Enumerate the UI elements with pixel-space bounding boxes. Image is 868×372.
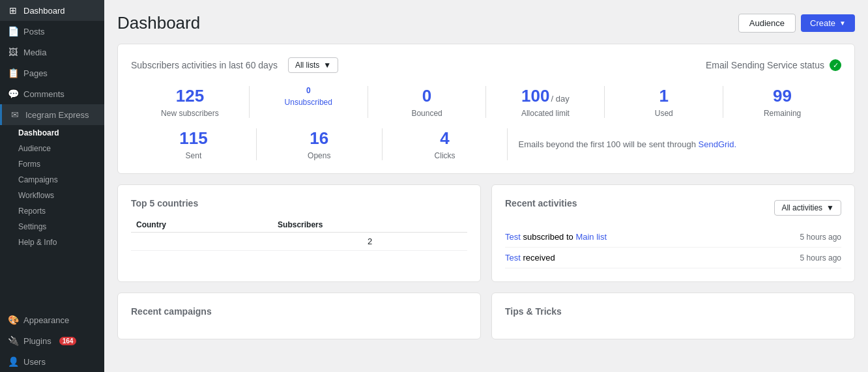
audience-button[interactable]: Audience: [738, 14, 796, 33]
stats-row2: 115 Sent 16 Opens 4 Clicks Emails beyond…: [131, 128, 841, 160]
unsubscribed-value[interactable]: 0: [306, 86, 311, 95]
sendgrid-link[interactable]: SendGrid.: [699, 139, 737, 149]
sidebar-item-label: Pages: [23, 68, 48, 78]
activity-link-test2[interactable]: Test: [505, 253, 521, 263]
activity-text: Test received: [505, 253, 555, 263]
sidebar-item-label: Media: [23, 48, 46, 57]
activities-dropdown[interactable]: All activities ▼: [774, 200, 841, 216]
sidebar-item-dashboard[interactable]: ⊞ Dashboard: [0, 0, 104, 21]
country-subscribers: 2: [272, 233, 467, 251]
stat-clicks: 4 Clicks: [383, 128, 508, 160]
stat-sent: 115 Sent: [131, 128, 256, 160]
stats-row1: 125 New subscribers 0 Unsubscribed 0 Bou…: [131, 86, 841, 118]
sidebar-item-users[interactable]: 👤 Users: [0, 351, 104, 372]
stat-opens: 16 Opens: [257, 128, 382, 160]
sidebar: ⊞ Dashboard 📄 Posts 🖼 Media 📋 Pages 💬 Co…: [0, 0, 104, 372]
users-icon: 👤: [8, 356, 18, 367]
activity-time-2: 5 hours ago: [800, 253, 841, 263]
countries-table: Country Subscribers 2: [131, 218, 467, 251]
col-subscribers: Subscribers: [272, 218, 467, 233]
sidebar-item-label: Appearance: [23, 315, 69, 325]
sidebar-sub-campaigns[interactable]: Campaigns: [0, 172, 104, 188]
sidebar-item-label: Posts: [23, 27, 45, 36]
sidebar-item-media[interactable]: 🖼 Media: [0, 42, 104, 63]
stat-label: Remaining: [734, 109, 831, 118]
sidebar-sub-forms[interactable]: Forms: [0, 156, 104, 172]
tips-card: Tips & Tricks: [491, 293, 855, 339]
activity-link-test1[interactable]: Test: [505, 232, 521, 242]
plugins-icon: 🔌: [8, 336, 18, 346]
sidebar-item-icegram[interactable]: ✉ Icegram Express: [0, 104, 104, 125]
pages-icon: 📋: [8, 68, 18, 78]
stat-number: 16: [267, 128, 371, 149]
activities-header: Recent activities All activities ▼: [505, 198, 841, 218]
stat-unit: / day: [551, 94, 570, 104]
sidebar-item-pages[interactable]: 📋 Pages: [0, 63, 104, 83]
sidebar-item-label: Icegram Express: [25, 110, 89, 120]
stat-bounced: 0 Bounced: [368, 86, 486, 118]
plugins-badge: 164: [59, 337, 77, 345]
media-icon: 🖼: [8, 47, 18, 57]
activities-card: Recent activities All activities ▼ Test …: [491, 184, 855, 282]
recent-campaigns-title: Recent campaigns: [131, 306, 467, 317]
sidebar-sub-reports[interactable]: Reports: [0, 203, 104, 219]
stat-label: Allocated limit: [497, 109, 594, 118]
sidebar-sub-dashboard[interactable]: Dashboard: [0, 125, 104, 141]
stat-new-subscribers: 125 New subscribers: [131, 86, 249, 118]
sidebar-sub-help[interactable]: Help & Info: [0, 235, 104, 250]
stat-label: Clicks: [393, 151, 497, 160]
sidebar-sub-settings[interactable]: Settings: [0, 219, 104, 235]
countries-title: Top 5 countries: [131, 198, 467, 208]
posts-icon: 📄: [8, 26, 18, 36]
bottom-row: Recent campaigns Tips & Tricks: [117, 293, 855, 350]
sidebar-sub-audience[interactable]: Audience: [0, 141, 104, 156]
icegram-icon: ✉: [10, 109, 20, 120]
page-title: Dashboard: [117, 13, 200, 33]
stats-title: Subscribers activities in last 60 days: [131, 60, 278, 70]
recent-campaigns-card: Recent campaigns: [117, 293, 481, 339]
all-lists-dropdown[interactable]: All lists ▼: [288, 57, 338, 73]
stat-unsubscribed: 0 Unsubscribed: [250, 86, 368, 118]
stat-allocated: 100 / day Allocated limit: [486, 86, 604, 118]
stat-number: 99: [734, 86, 831, 106]
email-service-title: Email Sending Service status: [706, 60, 824, 70]
countries-card: Top 5 countries Country Subscribers 2: [117, 184, 481, 282]
stat-number: 0: [379, 86, 476, 106]
stats-card: Subscribers activities in last 60 days A…: [117, 44, 855, 174]
sidebar-item-appearance[interactable]: 🎨 Appearance: [0, 309, 104, 330]
activity-row-2: Test received 5 hours ago: [505, 248, 841, 268]
stat-number: 1: [615, 86, 712, 106]
create-button[interactable]: Create ▼: [801, 14, 855, 32]
sidebar-sub-workflows[interactable]: Workflows: [0, 188, 104, 203]
stats-card-header: Subscribers activities in last 60 days A…: [131, 57, 841, 73]
sidebar-item-label: Plugins: [23, 336, 51, 346]
stat-used: 1 Used: [605, 86, 723, 118]
stat-number: 0: [260, 86, 357, 95]
stat-number: 100 / day: [497, 86, 594, 106]
tips-title: Tips & Tricks: [505, 306, 841, 317]
sendgrid-note: Emails beyond the first 100 will be sent…: [508, 128, 841, 160]
bottom-section: Top 5 countries Country Subscribers 2: [117, 184, 855, 293]
stat-label[interactable]: Unsubscribed: [260, 98, 357, 107]
sidebar-item-plugins[interactable]: 🔌 Plugins 164: [0, 330, 104, 351]
all-lists-label: All lists: [295, 61, 319, 70]
stat-label: New subscribers: [141, 109, 239, 118]
col-country: Country: [131, 218, 272, 233]
sendgrid-note-text: Emails beyond the first 100 will be sent…: [518, 139, 695, 149]
activities-title: Recent activities: [505, 198, 577, 208]
sidebar-item-label: Comments: [23, 89, 65, 99]
activities-chevron-icon: ▼: [826, 203, 834, 212]
sidebar-item-posts[interactable]: 📄 Posts: [0, 21, 104, 42]
activity-row-1: Test subscribed to Main list 5 hours ago: [505, 227, 841, 248]
stat-number: 125: [141, 86, 239, 106]
stat-number: 115: [141, 128, 246, 149]
stat-number: 4: [393, 128, 497, 149]
country-name: [131, 233, 272, 251]
sidebar-item-label: Users: [23, 357, 46, 367]
create-label: Create: [810, 18, 835, 28]
stat-label: Sent: [141, 151, 246, 160]
main-content: Dashboard Audience Create ▼ Subscribers …: [104, 0, 868, 372]
activity-text-part: subscribed to: [523, 232, 575, 242]
activity-link-main-list[interactable]: Main list: [575, 232, 607, 242]
sidebar-item-comments[interactable]: 💬 Comments: [0, 83, 104, 104]
